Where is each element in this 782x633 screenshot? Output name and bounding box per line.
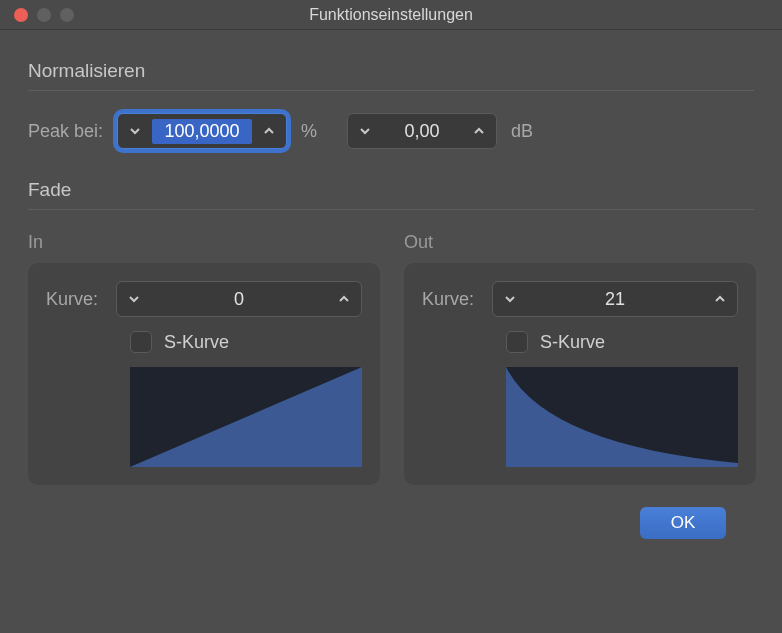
- chevron-down-icon[interactable]: [118, 114, 152, 148]
- fade-out-curve-value[interactable]: 21: [527, 289, 703, 310]
- titlebar: Funktionseinstellungen: [0, 0, 782, 30]
- fade-in-curve-value[interactable]: 0: [151, 289, 327, 310]
- fade-in-subhead: In: [28, 232, 380, 253]
- fade-out-subhead: Out: [404, 232, 756, 253]
- chevron-up-icon[interactable]: [327, 282, 361, 316]
- fade-heading: Fade: [28, 179, 754, 201]
- svg-marker-0: [130, 367, 362, 467]
- fade-out-scurve-label: S-Kurve: [540, 332, 605, 353]
- footer: OK: [28, 485, 754, 539]
- percent-unit: %: [301, 121, 317, 142]
- fade-out-panel: Kurve: 21 S-Kurve: [404, 263, 756, 485]
- window-title: Funktionseinstellungen: [309, 6, 473, 24]
- chevron-down-icon[interactable]: [348, 114, 382, 148]
- fade-out-curve-row: Kurve: 21: [422, 281, 738, 317]
- fade-in-scurve-label: S-Kurve: [164, 332, 229, 353]
- fade-in-curve-stepper[interactable]: 0: [116, 281, 362, 317]
- fade-out-scurve-row: S-Kurve: [506, 331, 738, 353]
- fade-in-curve-row: Kurve: 0: [46, 281, 362, 317]
- fade-out-curve-stepper[interactable]: 21: [492, 281, 738, 317]
- chevron-up-icon[interactable]: [703, 282, 737, 316]
- peak-db-value[interactable]: 0,00: [382, 121, 462, 142]
- fade-in-curve-label: Kurve:: [46, 289, 104, 310]
- maximize-icon: [60, 8, 74, 22]
- fade-row: In Kurve: 0: [28, 232, 754, 485]
- divider: [28, 90, 754, 91]
- peak-label: Peak bei:: [28, 121, 103, 142]
- fade-out-column: Out Kurve: 21: [404, 232, 756, 485]
- peak-percent-stepper[interactable]: 100,0000: [117, 113, 287, 149]
- minimize-icon: [37, 8, 51, 22]
- fade-out-scurve-checkbox[interactable]: [506, 331, 528, 353]
- fade-out-curve-label: Kurve:: [422, 289, 480, 310]
- chevron-up-icon[interactable]: [462, 114, 496, 148]
- fade-in-panel: Kurve: 0 S-Kurve: [28, 263, 380, 485]
- ok-button[interactable]: OK: [640, 507, 726, 539]
- normalize-row: Peak bei: 100,0000 % 0,00: [28, 113, 754, 149]
- chevron-down-icon[interactable]: [117, 282, 151, 316]
- peak-db-stepper[interactable]: 0,00: [347, 113, 497, 149]
- fade-in-scurve-checkbox[interactable]: [130, 331, 152, 353]
- content-area: Normalisieren Peak bei: 100,0000 % 0,00: [0, 30, 782, 559]
- db-unit: dB: [511, 121, 533, 142]
- fade-in-curve-preview: [130, 367, 362, 467]
- peak-percent-value[interactable]: 100,0000: [152, 119, 252, 144]
- divider: [28, 209, 754, 210]
- chevron-up-icon[interactable]: [252, 114, 286, 148]
- traffic-lights: [0, 8, 74, 22]
- settings-window: Funktionseinstellungen Normalisieren Pea…: [0, 0, 782, 633]
- chevron-down-icon[interactable]: [493, 282, 527, 316]
- fade-in-column: In Kurve: 0: [28, 232, 380, 485]
- fade-out-curve-preview: [506, 367, 738, 467]
- normalize-heading: Normalisieren: [28, 60, 754, 82]
- fade-in-scurve-row: S-Kurve: [130, 331, 362, 353]
- close-icon[interactable]: [14, 8, 28, 22]
